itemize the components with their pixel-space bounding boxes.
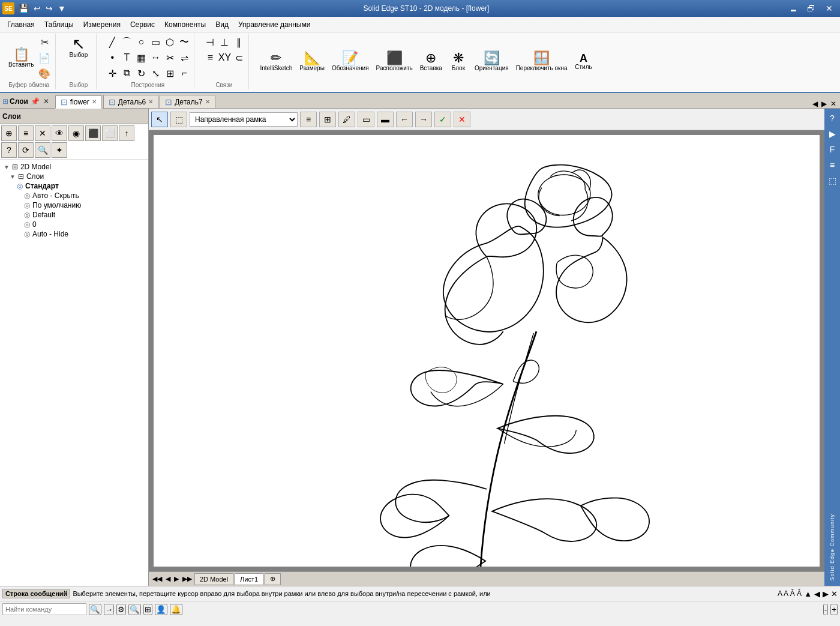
- block-button[interactable]: ❋ Блок: [447, 50, 470, 73]
- tab-detail7[interactable]: ⊡ Деталь7 ✕: [160, 95, 215, 108]
- command-search-input[interactable]: [2, 603, 86, 615]
- status-nav2[interactable]: ▶: [823, 589, 829, 598]
- sheet-next-button[interactable]: ▶: [173, 575, 180, 583]
- style-button[interactable]: A Стиль: [572, 52, 595, 71]
- status-nav1[interactable]: ◀: [814, 589, 820, 598]
- status-right-btn1[interactable]: ▲: [804, 589, 812, 598]
- fillet-button[interactable]: ⌐: [177, 66, 191, 80]
- move-button[interactable]: ✛: [105, 66, 119, 80]
- sel-rect1-button[interactable]: ▭: [358, 112, 374, 127]
- tree-item-layers[interactable]: ▼ ⊟ Слои: [2, 172, 146, 181]
- menu-service[interactable]: Сервис: [125, 18, 160, 31]
- status-tool2[interactable]: 🔍: [128, 604, 141, 615]
- mirror-button[interactable]: ⇌: [177, 50, 191, 65]
- link3-button[interactable]: ∥: [232, 35, 246, 49]
- sheet-first-button[interactable]: ◀◀: [151, 575, 163, 583]
- select-window-button[interactable]: ⬚: [170, 112, 187, 127]
- arc-button[interactable]: ⌒: [119, 35, 134, 49]
- sheet-last-button[interactable]: ▶▶: [181, 575, 193, 583]
- intellisketch-button[interactable]: ✏ IntelliSketch: [257, 50, 295, 73]
- tree-item-standart[interactable]: ◎ Стандарт: [2, 181, 146, 191]
- paste-button[interactable]: 📋 Вставить: [6, 47, 36, 69]
- menu-home[interactable]: Главная: [2, 18, 40, 31]
- tab-nav-right[interactable]: ▶: [820, 100, 828, 108]
- quick-save-button[interactable]: 💾: [17, 4, 31, 13]
- help-button[interactable]: ?: [825, 111, 839, 125]
- right-panel-btn5[interactable]: ⬚: [825, 173, 839, 188]
- orientation-button[interactable]: 🔄 Ориентация: [472, 50, 511, 73]
- select-button[interactable]: ↖ Выбор: [67, 35, 91, 59]
- array-button[interactable]: ⊞: [163, 66, 177, 80]
- arrange-button[interactable]: ⬛ Расположить: [374, 50, 415, 73]
- copy2-button[interactable]: ⧉: [119, 66, 134, 80]
- annotations-button[interactable]: 📝 Обозначения: [329, 50, 371, 73]
- quick-customize-button[interactable]: ▼: [56, 4, 68, 13]
- layer-tool-5[interactable]: ◉: [68, 125, 84, 141]
- sel-back-button[interactable]: ←: [396, 112, 413, 127]
- sel-cancel-button[interactable]: ✕: [454, 112, 470, 127]
- tab-nav-left[interactable]: ◀: [811, 100, 819, 108]
- menu-components[interactable]: Компоненты: [160, 18, 211, 31]
- link6-button[interactable]: ⊂: [232, 50, 246, 65]
- dimensions-button[interactable]: 📐 Размеры: [297, 50, 327, 73]
- layer-tool-1[interactable]: ⊕: [1, 125, 17, 141]
- menu-view[interactable]: Вид: [211, 18, 233, 31]
- line-button[interactable]: ╱: [105, 35, 119, 49]
- tree-item-avto-skryt[interactable]: ◎ Авто - Скрыть: [2, 191, 146, 200]
- status-tool3[interactable]: ⊞: [143, 604, 152, 615]
- circle-button[interactable]: ○: [134, 35, 148, 49]
- quick-undo-button[interactable]: ↩: [32, 4, 43, 13]
- tab-2d-model-sheet[interactable]: 2D Model: [194, 573, 233, 585]
- facebook-button[interactable]: F: [825, 142, 839, 157]
- status-tool5[interactable]: 🔔: [170, 604, 182, 615]
- link5-button[interactable]: XY: [217, 50, 232, 65]
- sel-forward-button[interactable]: →: [415, 112, 432, 127]
- sel-tool-2[interactable]: ⊞: [319, 112, 336, 127]
- right-panel-btn4[interactable]: ≡: [825, 158, 839, 172]
- link2-button[interactable]: ⊥: [217, 35, 232, 49]
- tab-flower[interactable]: ⊡ flower ✕: [55, 95, 102, 109]
- layer-tool-2[interactable]: ≡: [18, 125, 34, 141]
- zoom-out-button[interactable]: -: [823, 604, 828, 615]
- tab-close-all[interactable]: ✕: [829, 100, 838, 108]
- add-sheet-button[interactable]: ⊕: [265, 573, 281, 585]
- right-panel-btn2[interactable]: ▶: [825, 127, 839, 141]
- text-button[interactable]: T: [119, 50, 134, 65]
- layer-tool-6[interactable]: ⬛: [85, 125, 101, 141]
- tree-item-2dmodel[interactable]: ▼ ⊟ 2D Model: [2, 162, 146, 172]
- select-cursor-button[interactable]: ↖: [151, 112, 168, 127]
- restore-button[interactable]: 🗗: [803, 2, 820, 15]
- minimize-button[interactable]: 🗕: [785, 2, 802, 15]
- sel-tool-1[interactable]: ≡: [300, 112, 317, 127]
- tree-item-default-en[interactable]: ◎ Default: [2, 210, 146, 220]
- panel-close-button[interactable]: ✕: [42, 97, 50, 106]
- sel-rect2-button[interactable]: ▬: [377, 112, 394, 127]
- menu-measurements[interactable]: Измерения: [79, 18, 125, 31]
- sel-tool-3[interactable]: 🖊: [338, 112, 355, 127]
- zoom-in-button[interactable]: +: [830, 604, 838, 615]
- copy-button[interactable]: 📄: [37, 50, 52, 65]
- cut-button[interactable]: ✂: [37, 35, 52, 49]
- layer-tool-12[interactable]: ✦: [52, 142, 67, 158]
- rotate-button[interactable]: ↻: [134, 66, 148, 80]
- layer-tool-11[interactable]: 🔍: [35, 142, 50, 158]
- sheet-prev-button[interactable]: ◀: [164, 575, 172, 583]
- tab-detail6[interactable]: ⊡ Деталь6 ✕: [103, 95, 158, 108]
- menu-tables[interactable]: Таблицы: [40, 18, 79, 31]
- point-button[interactable]: •: [105, 50, 119, 65]
- spline-button[interactable]: 〜: [177, 35, 191, 49]
- sel-ok-button[interactable]: ✓: [434, 112, 451, 127]
- tab-sheet1[interactable]: Лист1: [235, 573, 263, 585]
- layer-tool-8[interactable]: ↑: [119, 125, 134, 141]
- panel-pin-button[interactable]: 📌: [29, 97, 41, 106]
- hatch-button[interactable]: ▦: [134, 50, 148, 65]
- layer-tool-7[interactable]: ⬜: [102, 125, 118, 141]
- menu-data-management[interactable]: Управление данными: [233, 18, 316, 31]
- status-close[interactable]: ✕: [831, 589, 838, 598]
- switch-window-button[interactable]: 🪟 Переключить окна: [514, 50, 570, 73]
- poly-button[interactable]: ⬡: [163, 35, 177, 49]
- tab-detail7-close[interactable]: ✕: [205, 98, 210, 105]
- status-tool1[interactable]: ⚙: [116, 604, 126, 615]
- tree-item-0[interactable]: ◎ 0: [2, 220, 146, 229]
- tab-flower-close[interactable]: ✕: [92, 98, 97, 105]
